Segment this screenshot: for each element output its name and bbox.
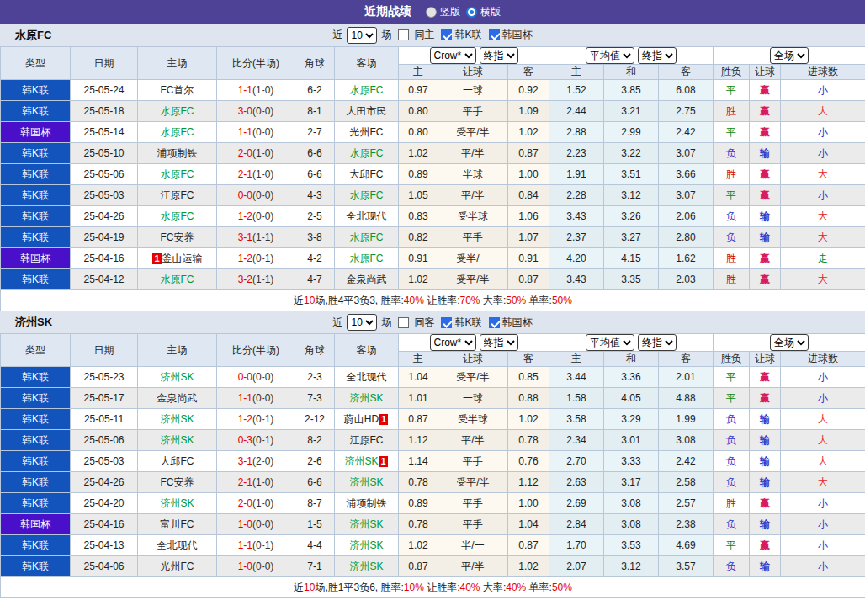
- same-venue-checkbox[interactable]: [398, 317, 409, 328]
- summary-label: 单率:: [526, 295, 552, 306]
- away-odds: 0.76: [508, 451, 549, 472]
- corner-score: 6-6: [295, 472, 335, 493]
- match-date: 25-04-19: [71, 227, 138, 248]
- bookmaker-select[interactable]: Crow*: [430, 334, 476, 351]
- col-away: 客场: [335, 334, 399, 367]
- team-name: FC首尔: [161, 84, 194, 96]
- avg-home-odds: 2.69: [549, 493, 604, 514]
- same-venue-checkbox[interactable]: [398, 29, 409, 40]
- avg-home-odds: 2.07: [549, 556, 604, 577]
- result-handicap: 输: [750, 451, 781, 472]
- match-type-badge: 韩K联: [1, 451, 71, 472]
- full-time-score: 1-1: [238, 126, 252, 138]
- away-odds: 0.85: [508, 367, 549, 388]
- match-date: 25-05-17: [71, 388, 138, 409]
- score-cell: 1-1(0-0): [217, 388, 295, 409]
- handicap-line: 平手: [438, 514, 508, 535]
- subcol-goals: 进球数: [781, 352, 865, 367]
- odds-stage-select[interactable]: 终指: [480, 47, 518, 64]
- scope-group-header: 全场: [714, 334, 865, 352]
- match-row: 韩K联25-04-12水原FC3-2(1-1)4-7金泉尚武1.02受平/半0.…: [1, 269, 865, 290]
- handicap-line: 平手: [438, 227, 508, 248]
- score-cell: 1-0(0-0): [217, 556, 295, 577]
- average-select[interactable]: 平均值: [586, 47, 634, 64]
- avg-draw-odds: 3.85: [604, 80, 659, 101]
- team-name: 光州FC: [350, 126, 384, 138]
- team-name: 济州SK: [160, 371, 194, 383]
- cup-checkbox[interactable]: [489, 317, 500, 328]
- away-odds: 1.02: [508, 122, 549, 143]
- away-odds: 1.12: [508, 472, 549, 493]
- handicap-line: 受平/半: [438, 472, 508, 493]
- team-name: 济州SK: [160, 497, 194, 509]
- home-odds: 1.02: [399, 269, 438, 290]
- league-checkbox[interactable]: [441, 317, 452, 328]
- match-type-badge: 韩国杯: [1, 514, 71, 535]
- result-handicap: 输: [750, 514, 781, 535]
- match-count-select[interactable]: 10: [347, 314, 377, 331]
- radio-icon-horizontal[interactable]: [466, 7, 477, 18]
- match-row: 韩K联25-05-17金泉尚武1-1(0-0)7-3济州SK1.01一球0.88…: [1, 388, 865, 409]
- result-outcome: 平: [714, 122, 750, 143]
- avg-draw-odds: 3.33: [604, 451, 659, 472]
- result-outcome: 平: [714, 185, 750, 206]
- scope-select[interactable]: 全场: [770, 334, 809, 351]
- average-select[interactable]: 平均值: [586, 334, 634, 351]
- avg-away-odds: 2.42: [659, 451, 714, 472]
- team-name: 水原FC: [350, 84, 384, 96]
- avg-draw-odds: 3.27: [604, 227, 659, 248]
- match-date: 25-04-16: [71, 248, 138, 269]
- away-team-cell: 浦项制铁: [335, 493, 399, 514]
- avg-draw-odds: 3.35: [604, 269, 659, 290]
- avg-home-odds: 2.84: [549, 514, 604, 535]
- avg-away-odds: 2.03: [659, 269, 714, 290]
- league-checkbox[interactable]: [441, 29, 452, 40]
- full-time-score: 0-0: [238, 371, 252, 383]
- team-name: 水原FC: [161, 210, 194, 222]
- full-time-score: 1-1: [238, 539, 252, 551]
- avg-away-odds: 2.80: [659, 227, 714, 248]
- scope-select[interactable]: 全场: [770, 47, 809, 64]
- avg-draw-odds: 3.12: [604, 185, 659, 206]
- home-team-cell: 全北现代: [138, 535, 217, 556]
- subcol-avg-home: 主: [549, 352, 604, 367]
- handicap-line: 受半球: [438, 206, 508, 227]
- home-team-cell: 浦项制铁: [138, 143, 217, 164]
- result-handicap: 输: [750, 556, 781, 577]
- result-outcome: 负: [714, 556, 750, 577]
- match-type-badge: 韩K联: [1, 556, 71, 577]
- average-stage-select[interactable]: 终指: [638, 47, 677, 64]
- team-name: 全北现代: [347, 210, 387, 222]
- half-time-score: (0-0): [252, 560, 273, 572]
- corner-score: 4-3: [295, 185, 335, 206]
- full-time-score: 0-3: [238, 434, 252, 446]
- avg-draw-odds: 3.08: [604, 514, 659, 535]
- home-odds: 0.83: [399, 206, 438, 227]
- odds-stage-select[interactable]: 终指: [480, 334, 518, 351]
- away-team-cell: 全北现代: [335, 367, 399, 388]
- cup-checkbox[interactable]: [489, 29, 500, 40]
- result-handicap: 赢: [750, 248, 781, 269]
- avg-away-odds: 3.57: [659, 556, 714, 577]
- home-odds: 0.80: [399, 101, 438, 122]
- subcol-goals: 进球数: [781, 65, 865, 80]
- result-handicap: 输: [750, 206, 781, 227]
- avg-draw-odds: 3.51: [604, 164, 659, 185]
- result-goals: 小: [781, 122, 865, 143]
- away-team-cell: 大邱FC: [335, 164, 399, 185]
- match-count-select[interactable]: 10: [347, 27, 377, 44]
- summary-label: 大率:: [480, 581, 507, 593]
- home-team-cell: 大邱FC: [138, 451, 217, 472]
- layout-option-vertical[interactable]: 竖版: [426, 5, 460, 19]
- score-cell: 3-1(2-0): [217, 451, 295, 472]
- radio-icon-vertical[interactable]: [426, 7, 437, 18]
- bookmaker-select[interactable]: Crow*: [430, 47, 476, 64]
- avg-home-odds: 2.70: [549, 451, 604, 472]
- result-handicap: 赢: [750, 185, 781, 206]
- home-odds: 1.05: [399, 185, 438, 206]
- average-stage-select[interactable]: 终指: [638, 334, 677, 351]
- subcol-odds-home: 主: [399, 65, 438, 80]
- subcol-avg-draw: 和: [604, 65, 659, 80]
- away-odds: 1.00: [508, 164, 549, 185]
- layout-option-horizontal[interactable]: 横版: [466, 5, 501, 19]
